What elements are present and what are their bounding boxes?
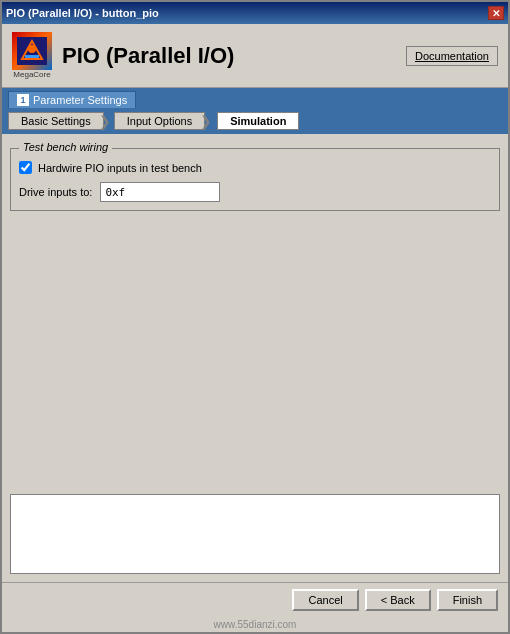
mega-core-label: MegaCore bbox=[13, 70, 50, 79]
title-bar: PIO (Parallel I/O) - button_pio ✕ bbox=[2, 2, 508, 24]
header-left: MegaCore PIO (Parallel I/O) bbox=[12, 32, 234, 79]
group-box-title: Test bench wiring bbox=[19, 141, 112, 153]
drive-inputs-row: Drive inputs to: bbox=[19, 182, 491, 202]
nav-tabs: Basic Settings ❯ Input Options ❯ Simulat… bbox=[2, 108, 508, 134]
drive-inputs-label: Drive inputs to: bbox=[19, 186, 92, 198]
tab-simulation-label: Simulation bbox=[230, 115, 286, 127]
content-area: Test bench wiring Hardwire PIO inputs in… bbox=[2, 134, 508, 486]
param-tab-number: 1 bbox=[17, 94, 29, 106]
tab-basic-settings[interactable]: Basic Settings ❯ bbox=[8, 112, 104, 130]
hardwire-label: Hardwire PIO inputs in test bench bbox=[38, 162, 202, 174]
cancel-button[interactable]: Cancel bbox=[292, 589, 358, 611]
param-tab-bar: 1 Parameter Settings bbox=[2, 88, 508, 108]
hardwire-checkbox[interactable] bbox=[19, 161, 32, 174]
logo-box bbox=[12, 32, 52, 70]
svg-point-2 bbox=[28, 45, 36, 53]
drive-inputs-field[interactable] bbox=[100, 182, 220, 202]
logo-container: MegaCore bbox=[12, 32, 52, 79]
tab-basic-settings-label: Basic Settings bbox=[21, 115, 91, 127]
title-bar-text: PIO (Parallel I/O) - button_pio bbox=[6, 7, 159, 19]
header-title: PIO (Parallel I/O) bbox=[62, 43, 234, 69]
bottom-bar: Cancel < Back Finish bbox=[2, 582, 508, 617]
back-button[interactable]: < Back bbox=[365, 589, 431, 611]
tab-input-options-label: Input Options bbox=[127, 115, 192, 127]
svg-rect-3 bbox=[25, 55, 39, 58]
tab-simulation[interactable]: Simulation bbox=[217, 112, 299, 130]
tab-input-options[interactable]: Input Options ❯ bbox=[114, 112, 205, 130]
main-window: PIO (Parallel I/O) - button_pio ✕ MegaCo… bbox=[0, 0, 510, 634]
test-bench-group: Test bench wiring Hardwire PIO inputs in… bbox=[10, 148, 500, 211]
output-text-area bbox=[10, 494, 500, 574]
documentation-button[interactable]: Documentation bbox=[406, 46, 498, 66]
parameter-settings-tab[interactable]: 1 Parameter Settings bbox=[8, 91, 136, 108]
finish-button[interactable]: Finish bbox=[437, 589, 498, 611]
header: MegaCore PIO (Parallel I/O) Documentatio… bbox=[2, 24, 508, 88]
arrow-icon-1: ❯ bbox=[99, 113, 111, 129]
param-tab-label: Parameter Settings bbox=[33, 94, 127, 106]
arrow-icon-2: ❯ bbox=[200, 113, 212, 129]
hardwire-checkbox-row: Hardwire PIO inputs in test bench bbox=[19, 161, 491, 174]
watermark: www.55dianzi.com bbox=[2, 617, 508, 632]
close-button[interactable]: ✕ bbox=[488, 6, 504, 20]
